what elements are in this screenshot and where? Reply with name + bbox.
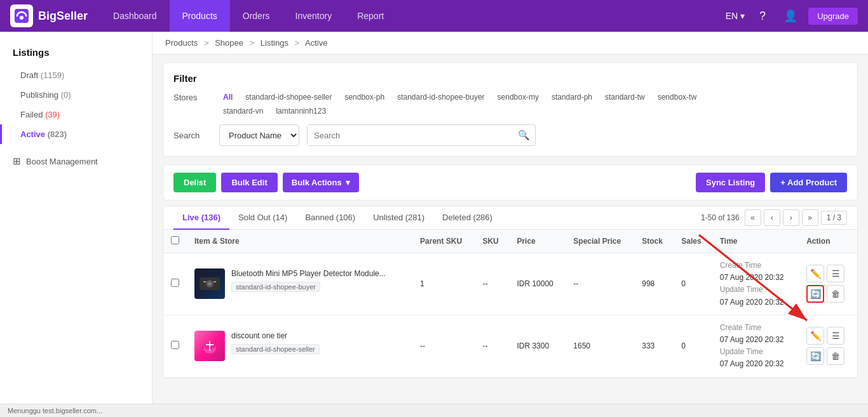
pagination: 1-50 of 136 « ‹ › » 1 / 3 [701,209,847,226]
status-bar: Menunggu test.bigseller.com... [0,404,868,417]
row1-action-icons-2: 🔄 🗑 [806,285,850,303]
status-text: Menunggu test.bigseller.com... [8,407,102,414]
store-tag-0[interactable]: standard-id-shopee-seller [241,91,336,103]
delist-button[interactable]: Delist [173,173,216,192]
tab-unlisted[interactable]: Unlisted (281) [364,206,433,230]
sidebar-item-boost-management[interactable]: ⊞ Boost Management [0,149,152,173]
row1-action-cell: ✏️ ☰ 🔄 🗑 [799,253,857,315]
th-time: Time [712,230,799,253]
row1-delete-button[interactable]: 🗑 [827,285,844,303]
pagination-info: 1-50 of 136 [701,213,740,222]
row1-sync-button[interactable]: 🔄 [806,285,824,303]
bulk-edit-button[interactable]: Bulk Edit [221,173,277,192]
filter-panel: Filter Stores All standard-id-shopee-sel… [163,62,858,157]
row1-edit-button[interactable]: ✏️ [806,265,824,282]
pagination-last[interactable]: » [802,209,818,226]
breadcrumb: Products > Shopee > Listings > Active [153,32,868,55]
breadcrumb-listings[interactable]: Listings [261,38,288,48]
pagination-page: 1 / 3 [821,211,847,225]
upgrade-button[interactable]: Upgrade [808,8,858,25]
store-tag-2[interactable]: standard-id-shopee-buyer [393,91,488,103]
nav-items: Dashboard Products Orders Inventory Repo… [100,0,726,32]
store-tag-4[interactable]: standard-ph [548,91,596,103]
th-sku: SKU [475,230,509,253]
store-tag-3[interactable]: sendbox-my [494,91,543,103]
logo[interactable]: BigSeller [10,4,88,27]
nav-inventory[interactable]: Inventory [283,0,345,32]
tab-live[interactable]: Live (136) [173,206,229,230]
breadcrumb-products[interactable]: Products [165,38,198,48]
row2-action-icons: ✏️ ☰ [806,327,850,345]
search-input[interactable] [308,125,513,145]
row2-checkbox[interactable] [171,341,179,349]
main-content: Products > Shopee > Listings > Active Fi… [153,32,868,417]
nav-orders[interactable]: Orders [230,0,283,32]
store-tag-1[interactable]: sendbox-ph [341,91,388,103]
pagination-first[interactable]: « [745,209,761,226]
language-selector[interactable]: EN ▾ [726,11,745,21]
row2-list-button[interactable]: ☰ [827,327,844,345]
row2-action-icons-2: 🔄 🗑 [806,347,850,365]
row1-item-cell: Bluetooth Mini MP5 Player Detector Modul… [187,253,412,315]
add-product-button[interactable]: + Add Product [770,173,847,192]
table-row: Bluetooth Mini MP5 Player Detector Modul… [163,253,857,315]
row2-time: Create Time 07 Aug 2020 20:32 Update Tim… [712,315,799,377]
table-row: discount one tier standard-id-shopee-sel… [163,315,857,377]
svg-point-1 [20,16,24,20]
search-button[interactable]: 🔍 [513,129,535,141]
help-icon[interactable]: ? [752,6,773,26]
row2-product-info: discount one tier standard-id-shopee-sel… [194,331,405,361]
store-tag-6[interactable]: sendbox-tw [654,91,700,103]
search-type-select[interactable]: Product Name SKU Item ID [219,124,299,146]
sidebar-item-publishing[interactable]: Publishing (0) [0,85,152,105]
sidebar-item-active[interactable]: Active (823) [0,124,152,144]
table-area: Live (136) Sold Out (14) Banned (106) Un… [163,206,858,378]
row1-product-info: Bluetooth Mini MP5 Player Detector Modul… [194,268,405,299]
row2-delete-button[interactable]: 🗑 [827,347,844,365]
tab-sold-out[interactable]: Sold Out (14) [229,206,296,230]
sync-listing-button[interactable]: Sync Listing [696,173,765,192]
row2-stock: 333 [634,315,674,377]
filter-title: Filter [173,73,847,84]
sidebar-item-draft[interactable]: Draft (1159) [0,65,152,85]
row2-store-badge: standard-id-shopee-seller [231,344,320,354]
row2-sales: 0 [674,315,712,377]
tabs-row: Live (136) Sold Out (14) Banned (106) Un… [163,206,857,230]
row1-checkbox[interactable] [171,279,179,287]
store-tag-all[interactable]: All [219,91,236,103]
row2-item-cell: discount one tier standard-id-shopee-sel… [187,315,412,377]
sidebar-item-failed[interactable]: Failed (39) [0,105,152,124]
th-special-price: Special Price [566,230,634,253]
breadcrumb-shopee[interactable]: Shopee [215,38,243,48]
store-tag-lam[interactable]: lamtanninh123 [272,105,330,117]
row1-product-name: Bluetooth Mini MP5 Player Detector Modul… [231,268,386,279]
bulk-actions-button[interactable]: Bulk Actions ▾ [283,173,359,192]
row2-edit-button[interactable]: ✏️ [806,327,824,345]
th-stock: Stock [634,230,674,253]
row1-parent-sku: 1 [412,253,475,315]
store-tag-vn[interactable]: standard-vn [219,105,267,117]
th-price: Price [509,230,566,253]
store-tag-5[interactable]: standard-tw [601,91,649,103]
nav-dashboard[interactable]: Dashboard [100,0,170,32]
top-nav: BigSeller Dashboard Products Orders Inve… [0,0,868,32]
row1-list-button[interactable]: ☰ [827,265,844,282]
row1-product-image [194,268,225,299]
tab-deleted[interactable]: Deleted (286) [433,206,501,230]
row2-sync-button[interactable]: 🔄 [806,347,824,365]
layout: Listings Draft (1159) Publishing (0) Fai… [0,32,868,417]
row1-time: Create Time 07 Aug 2020 20:32 Update Tim… [712,253,799,315]
search-row: Search Product Name SKU Item ID 🔍 [173,124,847,146]
nav-report[interactable]: Report [344,0,397,32]
th-sales: Sales [674,230,712,253]
tab-banned[interactable]: Banned (106) [296,206,364,230]
filter-stores-row: Stores All standard-id-shopee-seller sen… [173,91,847,103]
user-icon[interactable]: 👤 [780,6,801,26]
row1-store-badge: standard-id-shopee-buyer [231,282,320,292]
pagination-prev[interactable]: ‹ [764,209,780,226]
row2-parent-sku: -- [412,315,475,377]
chevron-down-icon: ▾ [740,11,745,21]
pagination-next[interactable]: › [783,209,799,226]
nav-products[interactable]: Products [170,0,230,32]
select-all-checkbox[interactable] [171,236,179,244]
